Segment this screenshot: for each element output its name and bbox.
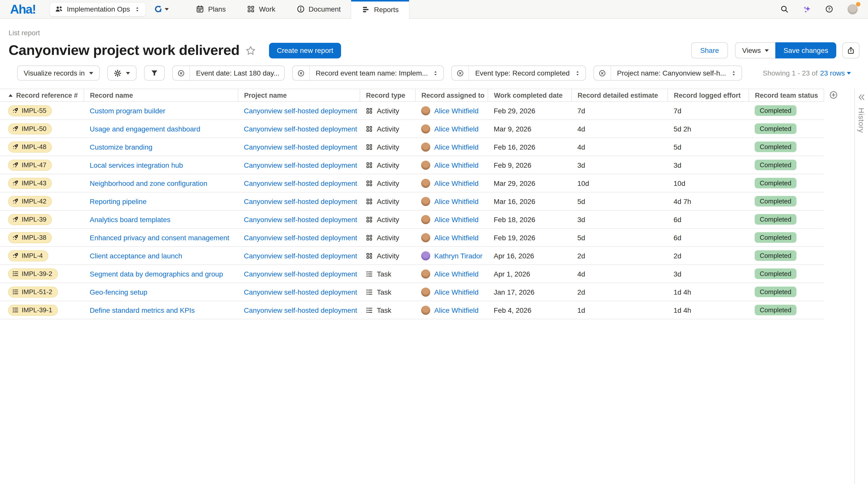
project-name-link[interactable]: Canyonview self-hosted deployment <box>244 143 357 151</box>
assignee-link[interactable]: Alice Whitfield <box>434 161 478 169</box>
record-name-link[interactable]: Geo-fencing setup <box>90 288 147 296</box>
create-new-report-button[interactable]: Create new report <box>269 42 341 58</box>
save-changes-button[interactable]: Save changes <box>776 42 836 58</box>
record-ref: IMPL-55 <box>22 107 46 114</box>
assignee-link[interactable]: Alice Whitfield <box>434 288 478 296</box>
filter-button[interactable] <box>144 65 165 80</box>
column-header[interactable]: Work completed date <box>488 89 571 101</box>
project-name-link[interactable]: Canyonview self-hosted deployment <box>244 215 357 223</box>
filter-chip-label[interactable]: Event date: Last 180 day... <box>190 69 284 77</box>
record-name-link[interactable]: Local services integration hub <box>90 161 183 169</box>
column-header[interactable]: Record reference # <box>0 89 84 101</box>
rows-count-link[interactable]: 23 rows <box>820 69 851 77</box>
record-name-link[interactable]: Enhanced privacy and consent management <box>90 233 229 241</box>
remove-filter-button[interactable] <box>594 66 611 80</box>
project-name-link[interactable]: Canyonview self-hosted deployment <box>244 106 357 115</box>
views-button[interactable]: Views <box>735 42 776 58</box>
visualize-records-button[interactable]: Visualize records in <box>17 65 100 80</box>
project-name-link[interactable]: Canyonview self-hosted deployment <box>244 161 357 169</box>
table-row[interactable]: IMPL-55 Custom program builder Canyonvie… <box>0 101 824 120</box>
column-header[interactable]: Record team status <box>749 89 824 101</box>
sparkle-ai-icon[interactable] <box>803 5 811 13</box>
table-row[interactable]: IMPL-51-2 Geo-fencing setup Canyonview s… <box>0 283 824 301</box>
help-icon[interactable] <box>825 5 833 13</box>
filter-chip-label[interactable]: Project name: Canyonview self-h... <box>611 69 731 77</box>
record-name-link[interactable]: Client acceptance and launch <box>90 252 182 260</box>
record-name-link[interactable]: Neighborhood and zone configuration <box>90 179 207 187</box>
project-name-link[interactable]: Canyonview self-hosted deployment <box>244 270 357 278</box>
assignee-link[interactable]: Alice Whitfield <box>434 143 478 151</box>
search-icon[interactable] <box>780 5 788 13</box>
assignee-link[interactable]: Alice Whitfield <box>434 179 478 187</box>
record-type: Activity <box>377 106 399 115</box>
nav-tab-reports[interactable]: Reports <box>351 0 409 19</box>
project-name-link[interactable]: Canyonview self-hosted deployment <box>244 125 357 133</box>
record-name-link[interactable]: Custom program builder <box>90 106 165 115</box>
workspace-selector[interactable]: Implementation Ops <box>50 2 146 17</box>
nav-tab-work[interactable]: Work <box>236 0 286 18</box>
assignee-link[interactable]: Alice Whitfield <box>434 306 478 314</box>
table-row[interactable]: IMPL-50 Usage and engagement dashboard C… <box>0 120 824 138</box>
table-row[interactable]: IMPL-4 Client acceptance and launch Cany… <box>0 247 824 265</box>
column-header[interactable]: Record name <box>84 89 238 101</box>
table-row[interactable]: IMPL-39-1 Define standard metrics and KP… <box>0 301 824 319</box>
project-name-link[interactable]: Canyonview self-hosted deployment <box>244 179 357 187</box>
column-header[interactable]: Record type <box>360 89 415 101</box>
record-name-link[interactable]: Reporting pipeline <box>90 197 147 205</box>
remove-filter-button[interactable] <box>452 66 469 80</box>
assignee-link[interactable]: Alice Whitfield <box>434 233 478 241</box>
notification-dot <box>856 2 861 6</box>
export-button[interactable] <box>842 42 860 58</box>
record-type: Task <box>377 270 392 278</box>
cycle-menu-button[interactable] <box>154 5 169 13</box>
record-name-link[interactable]: Segment data by demographics and group <box>90 270 223 278</box>
nav-tab-document[interactable]: Document <box>286 0 351 18</box>
table-row[interactable]: IMPL-39 Analytics board templates Canyon… <box>0 210 824 228</box>
remove-filter-button[interactable] <box>173 66 190 80</box>
logged-effort: 6d <box>674 215 681 223</box>
column-header[interactable]: Record assigned to <box>415 89 488 101</box>
record-name-link[interactable]: Usage and engagement dashboard <box>90 125 200 133</box>
favorite-star-icon[interactable] <box>246 45 256 56</box>
assignee-link[interactable]: Alice Whitfield <box>434 125 478 133</box>
assignee-link[interactable]: Alice Whitfield <box>434 197 478 205</box>
project-name-link[interactable]: Canyonview self-hosted deployment <box>244 306 357 314</box>
project-name-link[interactable]: Canyonview self-hosted deployment <box>244 288 357 296</box>
record-name-link[interactable]: Define standard metrics and KPIs <box>90 306 195 314</box>
table-row[interactable]: IMPL-42 Reporting pipeline Canyonview se… <box>0 192 824 210</box>
assignee-link[interactable]: Alice Whitfield <box>434 270 478 278</box>
history-panel-collapsed[interactable]: History <box>855 89 868 484</box>
table-row[interactable]: IMPL-39-2 Segment data by demographics a… <box>0 265 824 283</box>
add-column-button[interactable] <box>829 91 838 99</box>
table-row[interactable]: IMPL-38 Enhanced privacy and consent man… <box>0 228 824 247</box>
project-name-link[interactable]: Canyonview self-hosted deployment <box>244 197 357 205</box>
filter-chip-label[interactable]: Event type: Record completed <box>469 69 574 77</box>
table-row[interactable]: IMPL-48 Customize branding Canyonview se… <box>0 138 824 156</box>
assignee-link[interactable]: Alice Whitfield <box>434 215 478 223</box>
assignee-avatar <box>421 106 430 115</box>
remove-filter-button[interactable] <box>292 66 310 80</box>
column-header[interactable]: Record logged effort <box>668 89 749 101</box>
table-row[interactable]: IMPL-47 Local services integration hub C… <box>0 156 824 174</box>
table-row[interactable]: IMPL-43 Neighborhood and zone configurat… <box>0 174 824 192</box>
column-header[interactable]: Project name <box>238 89 360 101</box>
share-button[interactable]: Share <box>691 42 728 58</box>
assignee-avatar <box>421 197 430 206</box>
filter-chip-label[interactable]: Record event team name: Implem... <box>310 69 432 77</box>
detailed-estimate: 2d <box>577 252 585 260</box>
project-name-link[interactable]: Canyonview self-hosted deployment <box>244 233 357 241</box>
project-name-link[interactable]: Canyonview self-hosted deployment <box>244 252 357 260</box>
column-header[interactable]: Record detailed estimate <box>571 89 668 101</box>
assignee-link[interactable]: Alice Whitfield <box>434 106 478 115</box>
record-name-link[interactable]: Analytics board templates <box>90 215 170 223</box>
nav-tab-plans[interactable]: Plans <box>185 0 236 18</box>
aha-logo[interactable]: Aha! <box>10 2 36 17</box>
caret-down-icon <box>847 72 851 74</box>
settings-button[interactable] <box>107 65 136 80</box>
record-ref-badge: IMPL-51-2 <box>8 286 58 297</box>
caret-down-icon <box>126 72 130 74</box>
caret-down-icon <box>765 49 769 52</box>
record-name-link[interactable]: Customize branding <box>90 143 152 151</box>
user-avatar[interactable] <box>847 4 858 14</box>
assignee-link[interactable]: Kathryn Tirador <box>434 252 483 260</box>
